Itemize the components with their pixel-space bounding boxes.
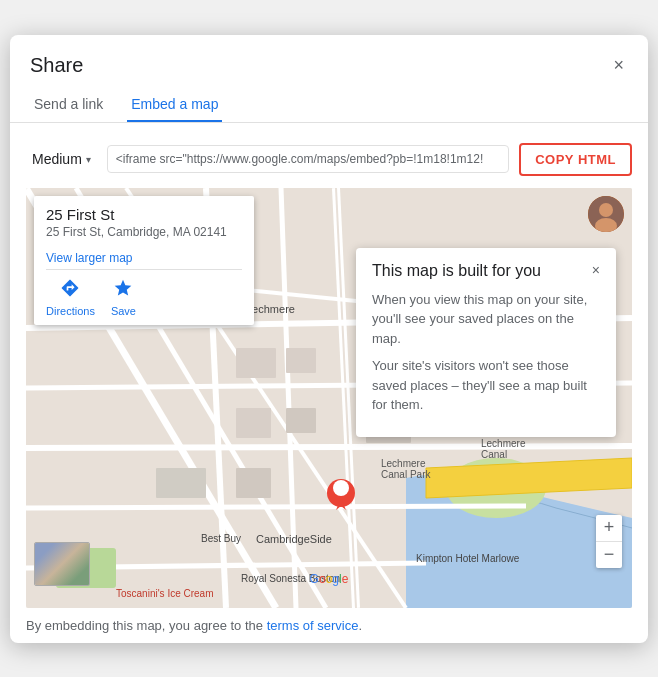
tooltip-header: This map is built for you × (372, 262, 600, 280)
embed-controls: Medium ▾ <iframe src="https://www.google… (10, 135, 648, 188)
zoom-controls: + − (596, 515, 622, 568)
tabs-container: Send a link Embed a map (10, 80, 648, 122)
size-label: Medium (32, 151, 82, 167)
directions-icon (60, 278, 80, 303)
svg-rect-19 (236, 408, 271, 438)
save-icon (113, 278, 133, 303)
location-card: 25 First St 25 First St, Cambridge, MA 0… (34, 196, 254, 325)
map-thumbnail (34, 542, 90, 586)
place-canal-park: LechmereCanal Park (381, 458, 430, 480)
tooltip-text-1: When you view this map on your site, you… (372, 290, 600, 349)
svg-rect-17 (236, 348, 276, 378)
footer-text: By embedding this map, you agree to the (26, 618, 267, 633)
svg-point-26 (333, 480, 349, 496)
location-name: 25 First St (46, 206, 242, 223)
copy-html-button[interactable]: COPY HTML (519, 143, 632, 176)
share-modal: Share × Send a link Embed a map Medium ▾… (10, 35, 648, 643)
iframe-code-display: <iframe src="https://www.google.com/maps… (107, 145, 509, 173)
tab-send-link[interactable]: Send a link (30, 88, 107, 122)
svg-rect-18 (286, 348, 316, 373)
terms-of-service-link[interactable]: terms of service (267, 618, 359, 633)
zoom-in-button[interactable]: + (596, 515, 622, 541)
modal-footer: By embedding this map, you agree to the … (10, 608, 648, 643)
tab-embed-map[interactable]: Embed a map (127, 88, 222, 122)
place-toscanini: Toscanini's Ice Cream (116, 588, 214, 599)
place-canal: LechmereCanal (481, 438, 525, 460)
svg-point-28 (599, 203, 613, 217)
svg-rect-24 (236, 468, 271, 498)
tooltip-title: This map is built for you (372, 262, 541, 280)
tab-divider (10, 122, 648, 123)
zoom-out-button[interactable]: − (596, 542, 622, 568)
tooltip-text-2: Your site's visitors won't see those sav… (372, 356, 600, 415)
chevron-down-icon: ▾ (86, 154, 91, 165)
view-larger-link[interactable]: View larger map (46, 247, 242, 269)
place-kimpton: Kimpton Hotel Marlowe (416, 553, 519, 564)
directions-label: Directions (46, 305, 95, 317)
modal-header: Share × (10, 35, 648, 80)
footer-period: . (358, 618, 362, 633)
svg-rect-23 (156, 468, 206, 498)
modal-title: Share (30, 54, 83, 77)
google-logo: Google (310, 572, 349, 586)
svg-line-9 (26, 506, 526, 508)
close-button[interactable]: × (609, 51, 628, 80)
tooltip-close-button[interactable]: × (592, 262, 600, 278)
svg-line-8 (26, 446, 632, 448)
place-cambridgeside: CambridgeSide (256, 533, 332, 545)
location-address: 25 First St, Cambridge, MA 02141 (46, 225, 242, 239)
svg-rect-20 (286, 408, 316, 433)
save-button[interactable]: Save (111, 278, 136, 317)
map-container: 25 First St 25 First St, Cambridge, MA 0… (26, 188, 632, 608)
size-selector[interactable]: Medium ▾ (26, 147, 97, 171)
directions-button[interactable]: Directions (46, 278, 95, 317)
save-label: Save (111, 305, 136, 317)
location-actions: Directions Save (46, 269, 242, 317)
place-bestbuy: Best Buy (201, 533, 241, 544)
user-avatar[interactable] (588, 196, 624, 232)
map-tooltip: This map is built for you × When you vie… (356, 248, 616, 437)
